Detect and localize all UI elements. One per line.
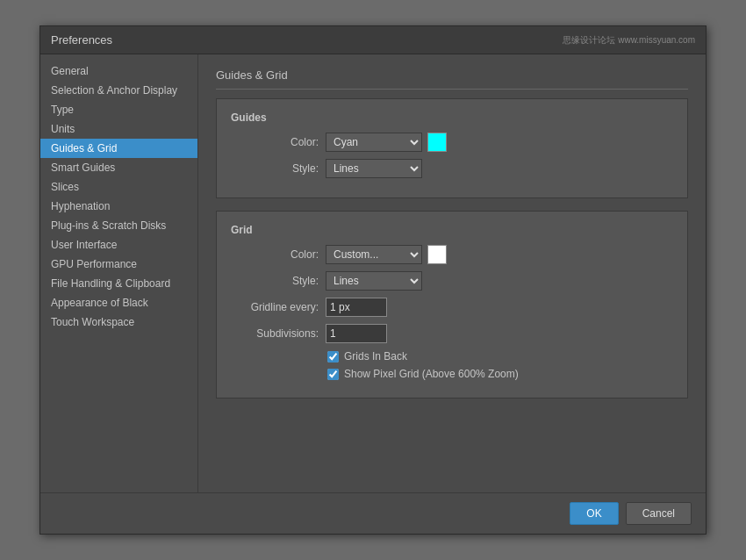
sidebar-item-11[interactable]: File Handling & Clipboard [40, 274, 197, 293]
content-area: Guides & Grid Guides Color: CyanLight Bl… [198, 54, 706, 492]
grids-in-back-checkbox[interactable] [327, 351, 339, 363]
sidebar-item-9[interactable]: User Interface [40, 235, 197, 255]
grid-style-label: Style: [231, 275, 319, 287]
gridline-input[interactable] [326, 298, 387, 317]
grid-subtitle: Grid [231, 224, 673, 236]
dialog-titlebar: Preferences 思缘设计论坛 www.missyuan.com [40, 26, 706, 54]
gridline-label: Gridline every: [231, 301, 319, 313]
grids-in-back-row: Grids In Back [327, 350, 673, 363]
sidebar-item-6[interactable]: Slices [40, 177, 197, 197]
sidebar-item-7[interactable]: Hyphenation [40, 197, 197, 216]
subdivisions-row: Subdivisions: [231, 324, 673, 343]
dialog-footer: OK Cancel [40, 492, 706, 534]
divider [216, 89, 688, 90]
gridline-row: Gridline every: [231, 298, 673, 317]
sidebar-item-0[interactable]: General [40, 61, 197, 81]
sidebar: GeneralSelection & Anchor DisplayTypeUni… [40, 54, 198, 492]
sidebar-item-3[interactable]: Units [40, 119, 197, 139]
guides-color-row: Color: CyanLight BlueMagentaYellowBlackC… [231, 133, 673, 152]
show-pixel-grid-label: Show Pixel Grid (Above 600% Zoom) [344, 368, 519, 380]
ok-button[interactable]: OK [570, 502, 618, 525]
guides-style-row: Style: LinesDashed [231, 159, 673, 178]
subdivisions-label: Subdivisions: [231, 327, 319, 340]
grids-in-back-label: Grids In Back [344, 350, 407, 363]
cancel-button[interactable]: Cancel [626, 502, 692, 525]
sidebar-item-2[interactable]: Type [40, 100, 197, 119]
sidebar-item-10[interactable]: GPU Performance [40, 255, 197, 274]
grid-color-select[interactable]: Custom...Light BlueMagentaYellowBlackCya… [326, 245, 422, 264]
sidebar-item-8[interactable]: Plug-ins & Scratch Disks [40, 216, 197, 235]
dialog-title: Preferences [51, 33, 112, 47]
watermark: 思缘设计论坛 www.missyuan.com [563, 34, 695, 47]
section-title: Guides & Grid [216, 68, 688, 82]
show-pixel-grid-row: Show Pixel Grid (Above 600% Zoom) [327, 368, 673, 380]
guides-subtitle: Guides [231, 111, 673, 124]
sidebar-item-4[interactable]: Guides & Grid [40, 139, 197, 158]
grid-style-row: Style: LinesDashed [231, 271, 673, 291]
show-pixel-grid-checkbox[interactable] [327, 369, 339, 380]
guides-style-select[interactable]: LinesDashed [326, 159, 422, 178]
grid-style-select[interactable]: LinesDashed [326, 271, 422, 291]
preferences-dialog: Preferences 思缘设计论坛 www.missyuan.com Gene… [39, 25, 707, 535]
grid-color-row: Color: Custom...Light BlueMagentaYellowB… [231, 245, 673, 264]
guides-color-select[interactable]: CyanLight BlueMagentaYellowBlackCustom..… [326, 133, 422, 152]
grid-color-swatch [427, 245, 447, 264]
sidebar-item-12[interactable]: Appearance of Black [40, 293, 197, 312]
sidebar-item-5[interactable]: Smart Guides [40, 158, 197, 177]
guides-color-swatch [427, 133, 447, 152]
dialog-body: GeneralSelection & Anchor DisplayTypeUni… [40, 54, 706, 492]
grid-color-label: Color: [231, 248, 319, 261]
grid-section: Grid Color: Custom...Light BlueMagentaYe… [216, 211, 688, 398]
subdivisions-input[interactable] [326, 324, 387, 343]
sidebar-item-1[interactable]: Selection & Anchor Display [40, 81, 197, 100]
sidebar-item-13[interactable]: Touch Workspace [40, 312, 197, 332]
guides-style-label: Style: [231, 162, 319, 175]
guides-section: Guides Color: CyanLight BlueMagentaYello… [216, 98, 688, 198]
guides-color-label: Color: [231, 136, 319, 148]
